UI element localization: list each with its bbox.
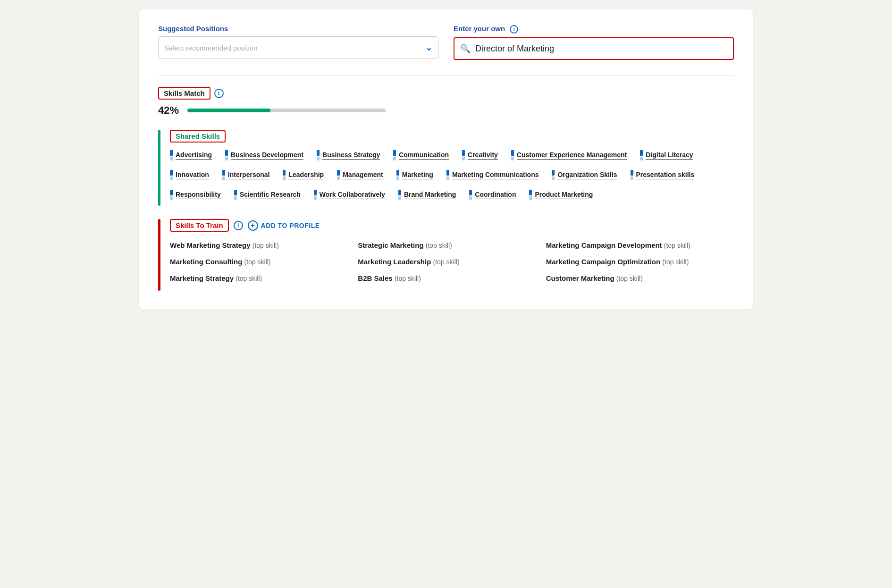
shared-skill-item: Interpersonal [222, 170, 270, 180]
skill-label: Creativity [468, 151, 498, 160]
shared-skill-item: Leadership [283, 170, 324, 180]
skill-level-icon [446, 170, 449, 180]
train-skill-name: B2B Sales [358, 274, 392, 282]
skill-label: Innovation [176, 171, 209, 179]
skill-level-icon [631, 170, 633, 180]
train-skill-tag: (top skill) [616, 275, 643, 282]
train-skill-name: Strategic Marketing [358, 241, 423, 249]
train-skill-name: Marketing Campaign Optimization [546, 258, 661, 266]
shared-skill-item: Responsibility [170, 190, 221, 200]
train-skill-item: Strategic Marketing (top skill) [358, 241, 546, 249]
position-dropdown[interactable]: Select recommended position ⌄ [158, 36, 438, 59]
add-icon: + [248, 220, 258, 231]
shared-skill-item: Business Development [225, 150, 303, 160]
skill-label: Marketing Communications [452, 171, 539, 179]
skill-label: Responsibility [176, 191, 221, 199]
train-skill-tag: (top skill) [426, 242, 452, 249]
train-skill-item: B2B Sales (top skill) [358, 274, 546, 282]
search-input-wrapper: 🔍 [454, 37, 734, 60]
shared-skill-item: Advertising [170, 150, 212, 160]
skill-label: Interpersonal [228, 171, 270, 179]
shared-skill-item: Marketing Communications [446, 170, 539, 180]
train-skills-row: Marketing Consulting (top skill)Marketin… [170, 258, 734, 266]
shared-skill-item: Communication [393, 150, 449, 160]
skill-label: Presentation skills [636, 171, 695, 179]
train-skill-name: Web Marketing Strategy [170, 241, 251, 249]
suggested-positions-label: Suggested Positions [158, 25, 438, 33]
shared-skill-item: Creativity [462, 150, 498, 160]
dropdown-placeholder: Select recommended position [164, 44, 425, 52]
progress-bar-track [187, 109, 386, 112]
train-skill-item: Marketing Campaign Development (top skil… [546, 241, 734, 249]
shared-skill-item: Presentation skills [631, 170, 695, 180]
skill-level-icon [225, 150, 228, 160]
shared-skills-label: Shared Skills [170, 130, 226, 143]
skill-level-icon [283, 170, 286, 180]
enter-your-own-section: Enter your own i 🔍 [454, 25, 734, 60]
skill-label: Brand Marketing [404, 191, 456, 199]
train-skill-name: Customer Marketing [546, 274, 614, 282]
add-to-profile-label: ADD TO PROFILE [261, 222, 320, 229]
top-divider [158, 75, 734, 76]
skill-level-icon [170, 150, 173, 160]
skill-level-icon [552, 170, 555, 180]
train-skill-item: Marketing Campaign Optimization (top ski… [546, 258, 734, 266]
skills-to-train-info-icon: i [234, 221, 243, 230]
skill-label: Product Marketing [535, 191, 593, 199]
skill-label: Business Strategy [322, 151, 380, 160]
skill-level-icon [317, 150, 320, 160]
shared-skills-content: Shared Skills Advertising Business Devel… [170, 130, 734, 206]
train-skill-item: Marketing Strategy (top skill) [170, 274, 358, 282]
skill-label: Advertising [176, 151, 212, 160]
skills-match-info-icon: i [214, 89, 224, 98]
search-input[interactable] [475, 44, 727, 54]
train-skill-name: Marketing Consulting [170, 258, 242, 266]
skill-label: Digital Literacy [646, 151, 693, 160]
skill-level-icon [222, 170, 225, 180]
skills-match-section: Skills Match i 42% [158, 87, 734, 117]
add-to-profile-button[interactable]: + ADD TO PROFILE [248, 220, 320, 231]
shared-skill-item: Brand Marketing [398, 190, 456, 200]
train-skill-name: Marketing Strategy [170, 274, 234, 282]
chevron-down-icon: ⌄ [425, 42, 432, 53]
match-percent: 42% [158, 104, 182, 117]
skill-level-icon [511, 150, 514, 160]
progress-bar-fill [187, 109, 270, 112]
shared-skill-item: Product Marketing [529, 190, 593, 200]
green-left-bar [158, 130, 160, 206]
shared-skill-item: Work Collaboratively [314, 190, 385, 200]
main-card: Suggested Positions Select recommended p… [139, 9, 753, 310]
shared-skills-header: Shared Skills [170, 130, 734, 143]
train-skill-name: Marketing Leadership [358, 258, 431, 266]
shared-skill-item: Marketing [396, 170, 433, 180]
shared-skills-section: Shared Skills Advertising Business Devel… [158, 130, 734, 206]
train-skills-row: Web Marketing Strategy (top skill)Strate… [170, 241, 734, 249]
skills-match-header: Skills Match i [158, 87, 734, 100]
enter-your-own-info-icon: i [510, 25, 518, 34]
skill-level-icon [170, 190, 173, 200]
shared-skill-item: Digital Literacy [640, 150, 693, 160]
train-skill-tag: (top skill) [236, 275, 262, 282]
skill-label: Organization Skills [557, 171, 617, 179]
skill-label: Leadership [288, 171, 324, 179]
train-skill-item: Customer Marketing (top skill) [546, 274, 734, 282]
skills-to-train-content: Skills To Train i + ADD TO PROFILE Web M… [170, 219, 734, 291]
suggested-positions-section: Suggested Positions Select recommended p… [158, 25, 438, 59]
skill-level-icon [398, 190, 401, 200]
train-skill-tag: (top skill) [664, 242, 690, 249]
search-icon: 🔍 [460, 43, 471, 54]
skills-match-label: Skills Match [158, 87, 210, 100]
skills-to-train-header: Skills To Train i + ADD TO PROFILE [170, 219, 734, 232]
match-percent-row: 42% [158, 104, 734, 117]
skill-level-icon [529, 190, 532, 200]
skill-level-icon [170, 170, 173, 180]
skill-level-icon [393, 150, 396, 160]
shared-skill-item: Scientific Research [234, 190, 301, 200]
top-row: Suggested Positions Select recommended p… [158, 25, 734, 60]
train-skill-tag: (top skill) [433, 258, 460, 266]
skill-level-icon [462, 150, 465, 160]
red-left-bar [158, 219, 160, 291]
skill-level-icon [396, 170, 399, 180]
skill-label: Scientific Research [240, 191, 301, 199]
skill-level-icon [337, 170, 340, 180]
